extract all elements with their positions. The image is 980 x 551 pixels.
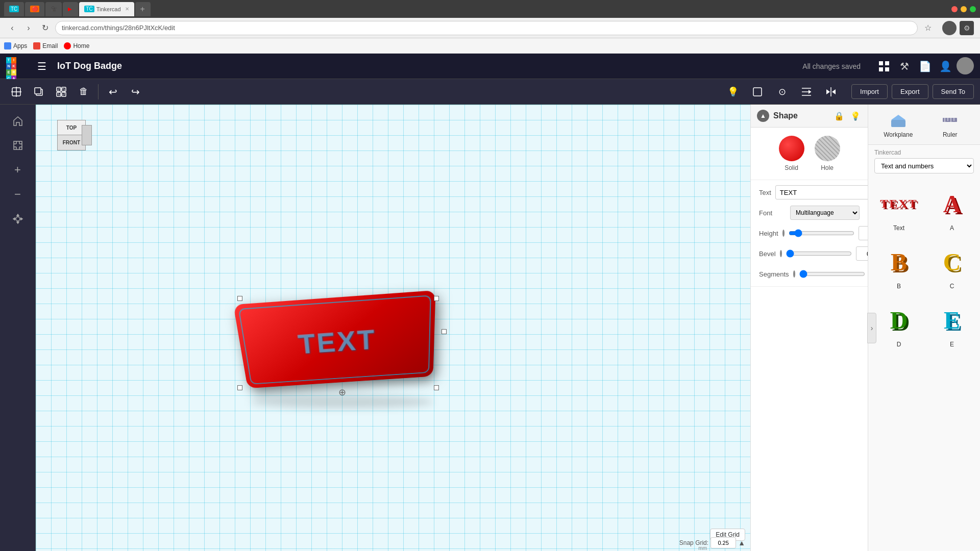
shape-item-c[interactable]: C C xyxy=(927,240,976,294)
viewport[interactable]: TOP FRONT TEXT xyxy=(36,105,750,551)
bevel-slider-handle[interactable] xyxy=(780,250,782,257)
shape-item-a[interactable]: A A xyxy=(927,182,976,236)
app-container: T I N K E R C A D ☰ IoT Dog Badge xyxy=(0,54,980,551)
workplane-button[interactable]: Workplane xyxy=(872,107,924,142)
fit-view-button[interactable] xyxy=(7,134,29,157)
tab-close-icon[interactable]: ✕ xyxy=(125,6,129,12)
segments-prop-label: Segments xyxy=(759,270,789,278)
solid-option[interactable]: Solid xyxy=(779,136,804,171)
create-shape-button[interactable] xyxy=(6,82,27,102)
redo-button[interactable]: ↪ xyxy=(125,82,145,102)
shape-item-d[interactable]: D D xyxy=(874,298,923,352)
shape-label-e: E xyxy=(950,341,954,348)
shape-item-text[interactable]: TEXT Text xyxy=(874,182,923,236)
bevel-slider[interactable] xyxy=(786,249,852,258)
handle-tr[interactable] xyxy=(434,296,439,301)
collapse-button[interactable]: ▲ xyxy=(757,110,769,122)
shape-preview-c: C xyxy=(932,244,972,280)
nav-menu-button[interactable]: ☰ xyxy=(33,57,51,76)
bookmark-email[interactable]: Email xyxy=(33,42,58,49)
handle-tl[interactable] xyxy=(237,296,242,301)
segments-slider-handle[interactable] xyxy=(793,270,795,278)
browser-tab-1[interactable]: TC xyxy=(4,2,24,16)
profile-button[interactable]: 👤 xyxy=(936,57,954,76)
fit-view-icon xyxy=(12,140,23,151)
view-button[interactable]: ⊙ xyxy=(772,82,792,102)
browser-tab-3[interactable]: 🎥 xyxy=(45,2,62,16)
bookmark-home[interactable]: Home xyxy=(64,42,89,49)
copy-icon xyxy=(34,87,44,97)
move-button[interactable] xyxy=(7,208,29,230)
refresh-button[interactable]: ↻ xyxy=(39,22,51,34)
lock-icon[interactable]: 🔒 xyxy=(833,110,845,122)
align-button[interactable] xyxy=(796,82,817,102)
workplane-ruler-bar: Workplane Ruler xyxy=(868,105,980,145)
height-slider[interactable] xyxy=(789,229,854,237)
shape-preview-a: A xyxy=(932,186,972,221)
view-cube[interactable]: TOP FRONT xyxy=(51,120,92,161)
ruler-button[interactable]: Ruler xyxy=(924,107,976,142)
snap-grid-input[interactable] xyxy=(710,537,736,548)
tinkercad-logo[interactable]: T I N K E R C A D xyxy=(6,57,27,76)
font-select[interactable]: Multilanguage Arial Times New Roman xyxy=(790,206,860,220)
bookmark-button[interactable]: ☆ xyxy=(922,22,934,34)
height-slider-handle[interactable] xyxy=(782,230,785,237)
chevron-button[interactable]: › xyxy=(867,313,876,343)
browser-nav: ‹ › ↻ tinkercad.com/things/28n6PJltXcK/e… xyxy=(0,18,980,38)
grid-view-button[interactable] xyxy=(875,57,893,76)
avatar[interactable] xyxy=(957,57,974,74)
undo-button[interactable]: ↩ xyxy=(103,82,123,102)
zoom-out-button[interactable]: − xyxy=(7,183,29,206)
tools-button[interactable]: ⚒ xyxy=(895,57,914,76)
shapes-grid: TEXT Text A A B B xyxy=(868,178,980,356)
mirror-button[interactable] xyxy=(821,82,841,102)
segments-slider[interactable] xyxy=(799,270,865,278)
export-button[interactable]: Export xyxy=(892,84,928,99)
extensions-btn[interactable]: ⚙ xyxy=(960,21,974,35)
left-panel: + − xyxy=(0,105,36,551)
svg-rect-3 xyxy=(885,67,889,71)
solid-circle xyxy=(779,136,804,161)
documents-button[interactable]: 📄 xyxy=(916,57,934,76)
handle-bl[interactable] xyxy=(237,385,242,390)
window-minimize-btn[interactable] xyxy=(961,6,967,12)
snap-grid-up-button[interactable]: ▲ xyxy=(738,539,745,547)
save-status: All changes saved xyxy=(802,62,861,70)
bookmarks-bar: Apps Email Home xyxy=(0,38,980,54)
move-handle[interactable]: ⊕ xyxy=(338,387,346,398)
handle-br[interactable] xyxy=(434,385,439,390)
light-small-icon[interactable]: 💡 xyxy=(849,110,862,122)
back-button[interactable]: ‹ xyxy=(6,22,18,34)
zoom-in-button[interactable]: + xyxy=(7,159,29,181)
text-input[interactable] xyxy=(775,185,870,199)
copy-button[interactable] xyxy=(29,82,49,102)
address-bar[interactable]: tinkercad.com/things/28n6PJltXcK/edit xyxy=(55,21,918,35)
browser-tab-4[interactable]: ▶ xyxy=(63,2,78,16)
shape-item-b[interactable]: B B xyxy=(874,240,923,294)
height-prop-label: Height xyxy=(759,230,778,237)
text-object-container[interactable]: TEXT ⊕ xyxy=(240,298,444,400)
shape-label-a: A xyxy=(950,224,954,232)
app-title: IoT Dog Badge xyxy=(57,61,796,71)
send-to-button[interactable]: Send To xyxy=(933,84,974,99)
browser-tab-new[interactable]: + xyxy=(135,2,151,16)
delete-button[interactable]: 🗑 xyxy=(74,82,94,102)
hole-option[interactable]: Hole xyxy=(815,136,840,171)
window-close-btn[interactable] xyxy=(951,6,958,12)
window-maximize-btn[interactable] xyxy=(970,6,976,12)
light-button[interactable]: 💡 xyxy=(723,82,743,102)
handle-mr[interactable] xyxy=(442,329,447,334)
browser-tab-active[interactable]: TC Tinkercad ✕ xyxy=(79,2,134,16)
home-button[interactable] xyxy=(7,110,29,132)
cube-right-face[interactable] xyxy=(82,125,92,145)
group-button[interactable] xyxy=(51,82,71,102)
browser-tab-2[interactable]: 🔴 xyxy=(25,2,44,16)
grid-icon xyxy=(878,60,890,72)
shape-item-e[interactable]: E E xyxy=(927,298,976,352)
category-dropdown[interactable]: Text and numbers Basic Shapes Letters xyxy=(874,158,974,173)
bookmark-apps[interactable]: Apps xyxy=(4,42,27,49)
forward-button[interactable]: › xyxy=(22,22,35,34)
import-button[interactable]: Import xyxy=(851,84,888,99)
shape-view-button[interactable] xyxy=(747,82,768,102)
svg-rect-14 xyxy=(753,88,762,96)
